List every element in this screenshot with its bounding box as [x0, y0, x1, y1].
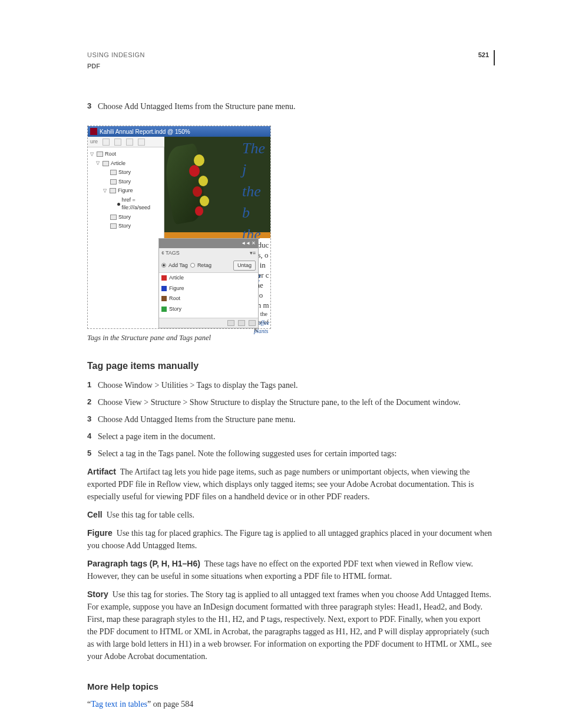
tree-node[interactable]: Story [118, 169, 131, 177]
tags-list: Article Figure Root Story [159, 272, 258, 318]
breadcrumb: USING INDESIGN [87, 50, 145, 60]
definition-body: Use this tag for placed graphics. The Fi… [87, 529, 492, 550]
tags-panel: ◄◄ ✕ ¢ TAGS ▾≡ Add Tag Retag Untag Artic… [158, 238, 259, 328]
step-item: 3 Choose Add Untagged Items from the Str… [87, 413, 492, 426]
tree-node[interactable]: Story [118, 178, 131, 186]
disclosure-icon[interactable]: ▽ [103, 187, 108, 195]
step-item: 1 Choose Window > Utilities > Tags to di… [87, 379, 492, 391]
step-number: 5 [87, 447, 98, 460]
node-icon [110, 179, 117, 185]
step-text: Choose Add Untagged Items from the Struc… [98, 100, 492, 113]
definition-body: Use this tag for table cells. [107, 510, 194, 519]
step-text: Choose Window > Utilities > Tags to disp… [98, 379, 492, 391]
definition-para: Story Use this tag for stories. The Stor… [87, 588, 492, 663]
definition-term: Paragraph tags (P, H, H1–H6) [87, 559, 200, 568]
window-title: Kahili Annual Report.indd @ 150% [100, 127, 190, 136]
page-number: 521 [478, 50, 492, 60]
tag-name: Root [169, 295, 180, 303]
toolbar-icon[interactable] [103, 139, 110, 146]
definition-term: Story [87, 589, 108, 599]
step-item: 4 Select a page item in the document. [87, 430, 492, 443]
node-icon [110, 170, 117, 175]
tree-node[interactable]: Story [118, 213, 131, 222]
bullet-icon [117, 203, 120, 206]
tree-attr: href = file:///a/seed [122, 196, 161, 212]
step-item: 2 Choose View > Structure > Show Structu… [87, 396, 492, 409]
step-item: 5 Select a tag in the Tags panel. Note t… [87, 447, 492, 460]
link-suffix: ” on page 584 [147, 700, 193, 709]
page-header: USING INDESIGN PDF 521 [87, 50, 492, 71]
panel-header: ◄◄ ✕ [159, 239, 258, 248]
step-text: Select a tag in the Tags panel. Note the… [98, 447, 492, 460]
step-item: 3 Choose Add Untagged Items from the Str… [87, 100, 492, 113]
panel-menu-icon[interactable]: ▾≡ [250, 249, 256, 258]
header-rule [494, 50, 495, 65]
node-icon [110, 188, 116, 193]
tag-name: Figure [169, 285, 184, 293]
new-tag-icon[interactable] [238, 320, 245, 326]
collapse-icon[interactable]: ◄◄ [241, 240, 250, 247]
step-number: 3 [87, 413, 98, 426]
panel-title-row: ¢ TAGS ▾≡ [159, 248, 258, 259]
radio-retag[interactable] [190, 263, 195, 268]
tree-node[interactable]: Figure [118, 187, 133, 195]
tree-node[interactable]: Story [118, 222, 131, 230]
untag-button[interactable]: Untag [233, 261, 256, 271]
tag-row[interactable]: Root [159, 294, 258, 304]
app-icon [90, 128, 97, 135]
structure-tree: ▽Root ▽Article Story Story ▽Figure href … [88, 147, 164, 328]
definition-body: Use this tag for stories. The Story tag … [87, 590, 492, 661]
footer-icon[interactable] [227, 320, 234, 326]
toolbar-icon[interactable] [138, 139, 145, 146]
definition-body: The Artifact tag lets you hide page item… [87, 467, 474, 501]
color-swatch [161, 275, 167, 281]
definition-term: Cell [87, 510, 103, 519]
tree-node[interactable]: Article [111, 160, 125, 168]
radio-label: Add Tag [168, 262, 188, 270]
help-topics-link-line: “Tag text in tables” on page 584 [87, 698, 492, 710]
tag-row[interactable]: Story [159, 304, 258, 315]
radio-add-tag[interactable] [161, 263, 166, 268]
color-swatch [161, 286, 167, 291]
tree-node[interactable]: Root [105, 150, 116, 159]
panel-title: TAGS [166, 249, 180, 258]
definition-para: Artifact The Artifact tag lets you hide … [87, 466, 492, 503]
window-titlebar: Kahili Annual Report.indd @ 150% [88, 126, 270, 137]
color-swatch [161, 296, 167, 301]
disclosure-icon[interactable]: ▽ [96, 160, 101, 167]
toolbar-icon[interactable] [126, 139, 133, 146]
node-icon [110, 215, 117, 220]
step-number: 3 [87, 100, 98, 113]
section-heading: Tag page items manually [87, 359, 492, 373]
help-topics-heading: More Help topics [87, 680, 492, 694]
figure: Kahili Annual Report.indd @ 150% ure ▾≡ … [87, 126, 492, 344]
tag-name: Story [169, 305, 181, 314]
screenshot: Kahili Annual Report.indd @ 150% ure ▾≡ … [87, 126, 271, 329]
panel-footer [159, 318, 258, 328]
toolbar-icon[interactable] [114, 139, 121, 146]
definition-para: Cell Use this tag for table cells. [87, 509, 492, 521]
node-icon [103, 161, 109, 166]
tag-name: Article [169, 274, 184, 282]
step-number: 4 [87, 430, 98, 443]
delete-tag-icon[interactable] [249, 320, 256, 326]
definition-para: Figure Use this tag for placed graphics.… [87, 527, 492, 552]
help-link[interactable]: Tag text in tables [91, 700, 147, 709]
color-swatch [161, 307, 167, 312]
radio-label: Retag [197, 262, 211, 270]
close-icon[interactable]: ✕ [252, 240, 256, 247]
tag-row[interactable]: Figure [159, 284, 258, 294]
tag-row[interactable]: Article [159, 273, 258, 284]
panel-controls: Add Tag Retag Untag [159, 259, 258, 273]
definition-term: Artifact [87, 467, 116, 476]
disclosure-icon[interactable]: ▽ [90, 151, 95, 158]
step-text: Select a page item in the document. [98, 430, 492, 443]
section-label: PDF [87, 61, 145, 71]
step-number: 1 [87, 379, 98, 391]
node-icon [97, 151, 103, 157]
figure-caption: Tags in the Structure pane and Tags pane… [87, 332, 492, 344]
node-icon [110, 223, 117, 229]
definition-para: Paragraph tags (P, H, H1–H6) These tags … [87, 558, 492, 582]
definition-term: Figure [87, 528, 113, 538]
step-number: 2 [87, 396, 98, 409]
